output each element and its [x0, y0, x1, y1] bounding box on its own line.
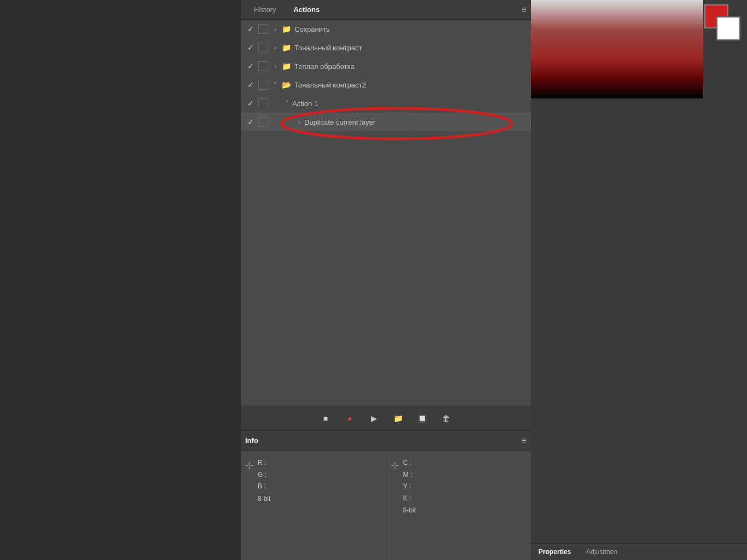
action-row-3[interactable]: ✓›📁Теплая обработка: [241, 57, 531, 75]
action-label-2: Тональный контраст: [294, 44, 526, 52]
check-mark-6[interactable]: ✓: [245, 118, 256, 126]
action-label-5: Action 1: [292, 100, 526, 108]
main-panel: History Actions ≡ ✓›📁Сохранить✓›📁Тональн…: [241, 0, 531, 560]
k-label: K :: [403, 494, 412, 502]
background-color-swatch[interactable]: [716, 16, 740, 40]
new-action-button[interactable]: 🔲: [414, 411, 430, 426]
properties-section: Properties Adjustmen: [531, 543, 747, 560]
actions-toolbar: ■ ● ▶ 📁 🔲 🗑: [241, 406, 531, 430]
play-icon: ▶: [371, 414, 377, 423]
c-label: C :: [403, 459, 412, 466]
info-rgb-text: R : G : B :: [258, 457, 270, 493]
checkbox-6[interactable]: [258, 117, 268, 127]
action-row-6[interactable]: ✓›Duplicate current layer: [241, 113, 531, 131]
tab-actions[interactable]: Actions: [285, 1, 328, 18]
checkbox-2[interactable]: [258, 43, 268, 52]
action-row-2[interactable]: ✓›📁Тональный контраст: [241, 38, 531, 57]
chevron-6[interactable]: ›: [294, 119, 304, 125]
cmyk-bit-depth: 8-bit: [403, 506, 416, 514]
left-dark-area: [0, 0, 241, 560]
color-picker-gradient[interactable]: [531, 0, 703, 98]
right-panel: Properties Adjustmen: [531, 0, 747, 560]
tab-properties[interactable]: Properties: [531, 544, 578, 560]
info-header: Info ≡: [241, 431, 531, 451]
info-rgb-values: R : G : B : 8-bit: [258, 457, 270, 503]
record-icon: ●: [348, 414, 352, 423]
chevron-4[interactable]: ˅: [270, 81, 280, 89]
tab-adjustments[interactable]: Adjustmen: [578, 544, 625, 560]
checkbox-4[interactable]: [258, 80, 268, 90]
info-menu-icon[interactable]: ≡: [522, 436, 526, 446]
action-row-5[interactable]: ✓˅Action 1: [241, 94, 531, 113]
action-label-6: Duplicate current layer: [304, 118, 526, 126]
chevron-5[interactable]: ˅: [282, 100, 292, 107]
check-mark-2[interactable]: ✓: [245, 43, 256, 52]
new-action-icon: 🔲: [418, 414, 427, 423]
actions-list: ✓›📁Сохранить✓›📁Тональный контраст✓›📁Тепл…: [241, 20, 531, 406]
check-mark-4[interactable]: ✓: [245, 80, 256, 89]
color-swatches[interactable]: [704, 4, 743, 43]
checkbox-5[interactable]: [258, 98, 268, 108]
action-row-1[interactable]: ✓›📁Сохранить: [241, 20, 531, 38]
properties-tabs-bar: Properties Adjustmen: [531, 543, 747, 560]
action-label-1: Сохранить: [294, 25, 526, 33]
play-button[interactable]: ▶: [366, 411, 381, 426]
rgb-bit-depth: 8-bit: [258, 495, 270, 503]
checkbox-3[interactable]: [258, 61, 268, 71]
info-cmyk-text: C : M : Y : K :: [403, 457, 416, 504]
chevron-3[interactable]: ›: [270, 63, 280, 69]
info-title: Info: [245, 436, 258, 445]
eyedropper-rgb-icon: ⊹: [245, 459, 253, 471]
color-area: [531, 0, 747, 98]
record-button[interactable]: ●: [342, 411, 357, 426]
check-mark-5[interactable]: ✓: [245, 99, 256, 108]
folder-icon-1: 📁: [280, 25, 292, 33]
r-label: R :: [258, 459, 266, 466]
delete-button[interactable]: 🗑: [438, 411, 454, 426]
folder-icon-4: 📂: [280, 80, 292, 89]
stop-icon: ■: [323, 414, 328, 423]
info-col-cmyk: ⊹ C : M : Y : K : 8-bit: [386, 451, 531, 560]
folder-icon-3: 📁: [280, 62, 292, 71]
info-col-rgb: ⊹ R : G : B : 8-bit: [241, 451, 386, 560]
actions-panel: ✓›📁Сохранить✓›📁Тональный контраст✓›📁Тепл…: [241, 20, 531, 406]
action-row-4[interactable]: ✓˅📂Тональный контраст2: [241, 75, 531, 94]
action-label-4: Тональный контраст2: [294, 81, 526, 89]
m-label: M :: [403, 471, 413, 479]
trash-icon: 🗑: [442, 414, 450, 423]
folder-icon: 📁: [393, 414, 403, 423]
stop-button[interactable]: ■: [318, 411, 333, 426]
info-cmyk-values: C : M : Y : K : 8-bit: [403, 457, 416, 514]
check-mark-3[interactable]: ✓: [245, 62, 256, 71]
check-mark-1[interactable]: ✓: [245, 25, 256, 33]
tabs-bar: History Actions ≡: [241, 0, 531, 20]
tab-history[interactable]: History: [245, 1, 285, 18]
b-label: B :: [258, 482, 266, 490]
chevron-1[interactable]: ›: [270, 26, 280, 32]
checkbox-1[interactable]: [258, 24, 268, 34]
action-label-3: Теплая обработка: [294, 62, 526, 71]
eyedropper-cmyk-icon: ⊹: [391, 459, 399, 471]
chevron-2[interactable]: ›: [270, 44, 280, 51]
g-label: G :: [258, 471, 267, 479]
info-panel: Info ≡ ⊹ R : G : B : 8-bit ⊹: [241, 430, 531, 560]
new-set-button[interactable]: 📁: [390, 411, 406, 426]
y-label: Y :: [403, 482, 411, 490]
folder-icon-2: 📁: [280, 43, 292, 52]
panel-menu-icon[interactable]: ≡: [522, 5, 526, 15]
info-content: ⊹ R : G : B : 8-bit ⊹ C : M : Y :: [241, 451, 531, 560]
